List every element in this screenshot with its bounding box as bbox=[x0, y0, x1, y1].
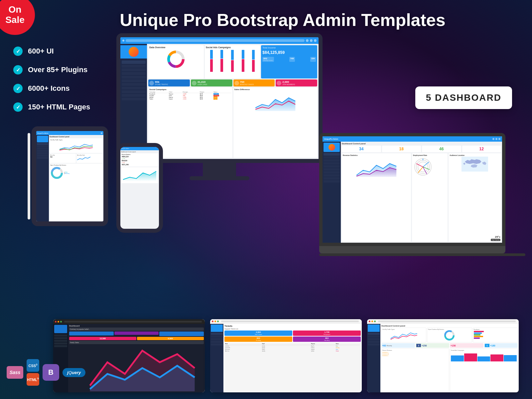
feature-label-1: 600+ UI bbox=[28, 47, 54, 56]
bootstrap-letter: B bbox=[48, 368, 54, 377]
check-icon-1: ✓ bbox=[13, 47, 23, 56]
imac-screen-content: Data Overview bbox=[120, 37, 319, 159]
five-dashboard-badge: 5 DASHBOARD bbox=[415, 86, 512, 109]
html5-logo: HTML5 bbox=[27, 373, 39, 386]
check-icon-2: ✓ bbox=[13, 65, 23, 74]
feature-item-4: ✓ 150+ HTML Pages bbox=[13, 102, 90, 112]
imac-main: Data Overview bbox=[147, 44, 319, 159]
laptop-bottom bbox=[319, 253, 525, 256]
css3-logo: CSS3 bbox=[27, 359, 39, 372]
imac-layout: Data Overview bbox=[120, 44, 319, 159]
feature-list: ✓ 600+ UI ✓ Over 85+ Plugins ✓ 6000+ Ico… bbox=[13, 47, 90, 112]
laptop-base bbox=[319, 246, 505, 253]
laptop-device: UniquePro Admin bbox=[319, 133, 505, 256]
bottom-screenshots: Dashboard Contrary to popular belief... … bbox=[53, 319, 519, 392]
imac-topbar bbox=[120, 37, 319, 44]
screenshot-analytics: Dashboard Control panel Visit By Traffic… bbox=[367, 319, 519, 392]
sass-logo: Sass bbox=[7, 366, 23, 379]
imac-sidebar bbox=[120, 44, 147, 159]
check-icon-3: ✓ bbox=[13, 84, 23, 93]
bootstrap-logo: B bbox=[43, 364, 59, 381]
iphone-screen: UniquePro Admin Dashboard Control panel … bbox=[116, 143, 163, 233]
check-icon-4: ✓ bbox=[13, 102, 23, 112]
page-title: Unique Pro Bootstrap Admin Templates bbox=[53, 10, 512, 30]
imac-stand bbox=[203, 163, 236, 176]
main-content: On Sale Unique Pro Bootstrap Admin Templ… bbox=[0, 0, 532, 399]
css-html-logos: CSS3 HTML5 bbox=[27, 359, 39, 386]
imac-base bbox=[190, 176, 249, 180]
ipad-pencil bbox=[28, 133, 30, 219]
tech-logos: Sass CSS3 HTML5 B jQuery bbox=[7, 359, 85, 386]
laptop-screen-content: UniquePro Admin bbox=[323, 136, 502, 243]
on-sale-line1: On bbox=[9, 5, 22, 15]
feature-label-3: 6000+ Icons bbox=[28, 84, 69, 93]
feature-item-2: ✓ Over 85+ Plugins bbox=[13, 65, 90, 74]
screenshot-tickets: Tickets Support Ticket List 2,064Total T… bbox=[210, 319, 362, 392]
iphone-screen-content: UniquePro Admin Dashboard Control panel … bbox=[120, 147, 159, 229]
svg-line-17 bbox=[416, 164, 423, 167]
feature-label-2: Over 85+ Plugins bbox=[28, 66, 87, 74]
ipad-screen-content: UniquePro Admin bbox=[36, 131, 103, 221]
feature-item-3: ✓ 6000+ Icons bbox=[13, 84, 90, 93]
jquery-logo: jQuery bbox=[63, 368, 85, 377]
iphone-device: UniquePro Admin Dashboard Control panel … bbox=[116, 143, 163, 233]
on-sale-line2: Sale bbox=[5, 15, 25, 25]
feature-item-1: ✓ 600+ UI bbox=[13, 47, 90, 56]
laptop-screen: UniquePro Admin bbox=[319, 133, 505, 246]
svg-marker-9 bbox=[123, 171, 156, 181]
ipad-device: UniquePro Admin bbox=[32, 126, 108, 226]
on-sale-badge: On Sale bbox=[0, 0, 35, 35]
feature-label-4: 150+ HTML Pages bbox=[28, 103, 90, 111]
ipad-screen: UniquePro Admin bbox=[32, 126, 108, 226]
